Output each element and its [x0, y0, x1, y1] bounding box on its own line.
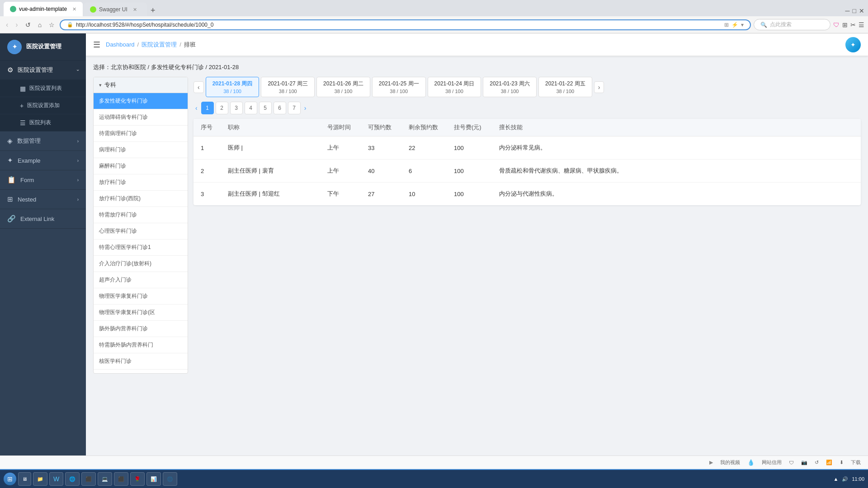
dept-item-16[interactable]: 核医学科门诊: [94, 353, 188, 370]
lightning-icon[interactable]: ⚡: [731, 22, 738, 28]
sidebar-item-external-link[interactable]: 🔗 External Link: [0, 209, 86, 229]
taskbar-app-9[interactable]: 🌐: [163, 472, 177, 486]
row-0-time: 上午: [320, 136, 361, 160]
nav-back-button[interactable]: ‹: [4, 20, 10, 30]
sidebar-item-hospital-add[interactable]: + 医院设置添加: [0, 97, 86, 114]
dept-item-11[interactable]: 超声介入门诊: [94, 272, 188, 288]
address-bar[interactable]: 🔒 http://localhost:9528/#/hospSet/hospit…: [60, 19, 751, 30]
window-minimize-icon[interactable]: ─: [845, 7, 850, 14]
date-tab-3-count: 38 / 100: [379, 89, 419, 94]
sidebar-item-hospital-settings[interactable]: ⚙ 医院设置管理 ›: [0, 61, 86, 80]
dept-item-4[interactable]: 麻醉科门诊: [94, 158, 188, 174]
taskbar-app-1[interactable]: 📁: [33, 472, 47, 486]
tab-active[interactable]: vue-admin-template ✕: [4, 2, 83, 16]
date-prev-button[interactable]: ‹: [193, 81, 204, 93]
dept-item-5[interactable]: 放疗科门诊: [94, 174, 188, 191]
col-time: 号源时间: [320, 119, 361, 136]
page-btn-6[interactable]: 6: [274, 102, 286, 114]
tab-swagger-close-icon[interactable]: ✕: [133, 7, 137, 13]
taskbar-app-3[interactable]: 🌐: [65, 472, 80, 486]
video-label: 我的视频: [720, 459, 740, 466]
dept-item-6[interactable]: 放疗科门诊(西院): [94, 191, 188, 207]
dept-item-14[interactable]: 肠外肠内营养科门诊: [94, 321, 188, 337]
nav-bookmark-button[interactable]: ☆: [47, 20, 57, 29]
date-tab-2[interactable]: 2021-01-26 周二 38 / 100: [316, 77, 370, 97]
taskbar-app-2[interactable]: W: [49, 472, 63, 486]
page-btn-5[interactable]: 5: [259, 102, 272, 114]
download-label: 下载: [851, 459, 861, 466]
window-close-icon[interactable]: ✕: [859, 7, 864, 14]
nav-forward-button[interactable]: ›: [13, 20, 20, 30]
shield-icon: 🛡: [833, 21, 840, 28]
menu-toggle-icon[interactable]: ☰: [93, 40, 100, 50]
page-btn-1[interactable]: 1: [201, 102, 214, 114]
date-next-button[interactable]: ›: [594, 81, 604, 93]
sidebar-item-example[interactable]: ✦ Example ›: [0, 151, 86, 170]
user-avatar[interactable]: ✦: [845, 37, 861, 52]
window-restore-icon[interactable]: □: [853, 7, 856, 14]
dept-item-15[interactable]: 特需肠外肠内营养科门: [94, 337, 188, 353]
date-tab-5[interactable]: 2021-01-23 周六 38 / 100: [483, 77, 537, 97]
dept-panel-header: ▾ 专科: [94, 77, 188, 93]
taskbar-app-8[interactable]: 📊: [146, 472, 161, 486]
taskbar-app-6[interactable]: ⬛: [114, 472, 128, 486]
sidebar-item-nested[interactable]: ⊞ Nested ›: [0, 190, 86, 209]
pagination-prev-button[interactable]: ‹: [193, 104, 199, 112]
tab-add-button[interactable]: +: [148, 6, 158, 15]
dept-item-17[interactable]: 特需核医学门诊: [94, 370, 188, 373]
breadcrumb-hospital-settings[interactable]: 医院设置管理: [142, 41, 177, 49]
tab-swagger[interactable]: Swagger UI ✕: [84, 3, 147, 16]
dept-item-1[interactable]: 运动障碍病专科门诊: [94, 109, 188, 126]
tab-close-icon[interactable]: ✕: [72, 6, 76, 12]
taskbar-app-7[interactable]: 🌹: [130, 472, 145, 486]
dept-item-13[interactable]: 物理医学康复科门诊(区: [94, 305, 188, 321]
extensions-icon[interactable]: ⊞: [842, 21, 848, 28]
row-1-title: 副主任医师 | 裴育: [221, 160, 320, 183]
date-tab-6[interactable]: 2021-01-22 周五 38 / 100: [538, 77, 592, 97]
scissors-icon[interactable]: ✂: [850, 21, 856, 28]
page-btn-7[interactable]: 7: [288, 102, 301, 114]
taskbar-app-4[interactable]: ⬛: [81, 472, 96, 486]
qr-icon[interactable]: ⊞: [724, 22, 729, 28]
sidebar-item-form[interactable]: 📋 Form ›: [0, 170, 86, 190]
dept-expand-icon[interactable]: ▾: [99, 82, 102, 88]
col-remaining: 剩余预约数: [401, 119, 447, 136]
taskbar-app-5[interactable]: 💻: [98, 472, 112, 486]
dept-item-7[interactable]: 特需放疗科门诊: [94, 207, 188, 223]
sidebar-item-hospital-list-settings[interactable]: ▦ 医院设置列表: [0, 80, 86, 97]
page-btn-4[interactable]: 4: [245, 102, 257, 114]
browser-menu-icon[interactable]: ☰: [859, 21, 864, 28]
date-tab-1[interactable]: 2021-01-27 周三 38 / 100: [261, 77, 315, 97]
dropdown-icon[interactable]: ▾: [741, 22, 744, 28]
page-btn-2[interactable]: 2: [216, 102, 228, 114]
nav-home-button[interactable]: ⌂: [36, 20, 44, 29]
external-link-icon: 🔗: [7, 215, 16, 223]
taskbar-app-0[interactable]: 🖥: [18, 472, 31, 486]
date-tab-0[interactable]: 2021-01-28 周四 38 / 100: [206, 77, 259, 97]
taskbar-expand-icon[interactable]: ▲: [834, 476, 839, 482]
date-tab-0-count: 38 / 100: [212, 89, 253, 94]
sidebar-hospital-settings-label: 医院设置管理: [18, 66, 73, 74]
breadcrumb-dashboard[interactable]: Dashboard: [106, 41, 135, 48]
taskbar-volume-icon[interactable]: 🔊: [842, 476, 848, 482]
dept-item-10[interactable]: 介入治疗门诊(放射科): [94, 256, 188, 272]
search-bar[interactable]: 🔍 点此搜索: [754, 19, 830, 30]
pagination-next-button[interactable]: ›: [302, 104, 308, 112]
breadcrumb-sep2: /: [179, 41, 181, 48]
dept-item-12[interactable]: 物理医学康复科门诊: [94, 288, 188, 305]
dept-item-0[interactable]: 多发性硬化专科门诊: [94, 93, 188, 109]
nav-refresh-button[interactable]: ↺: [23, 20, 33, 29]
dept-item-3[interactable]: 病理科门诊: [94, 142, 188, 158]
sidebar-item-data-mgmt[interactable]: ◈ 数据管理 ›: [0, 131, 86, 151]
row-1-skill: 骨质疏松和骨代谢疾病、糖尿病、甲状腺疾病。: [492, 160, 861, 183]
selection-info: 选择：北京协和医院 / 多发性硬化专科门诊 / 2021-01-28: [93, 63, 861, 71]
page-btn-3[interactable]: 3: [230, 102, 243, 114]
dept-item-2[interactable]: 待需病理科门诊: [94, 126, 188, 142]
sidebar-item-hospital-list[interactable]: ☰ 医院列表: [0, 114, 86, 131]
dept-item-8[interactable]: 心理医学科门诊: [94, 223, 188, 239]
date-tab-4[interactable]: 2021-01-24 周日 38 / 100: [428, 77, 481, 97]
date-tab-3[interactable]: 2021-01-25 周一 38 / 100: [372, 77, 426, 97]
dept-item-9[interactable]: 特需心理医学科门诊1: [94, 239, 188, 256]
taskbar-start[interactable]: ⊞: [4, 473, 16, 485]
sidebar-hospital-list-label: 医院设置列表: [29, 84, 62, 92]
